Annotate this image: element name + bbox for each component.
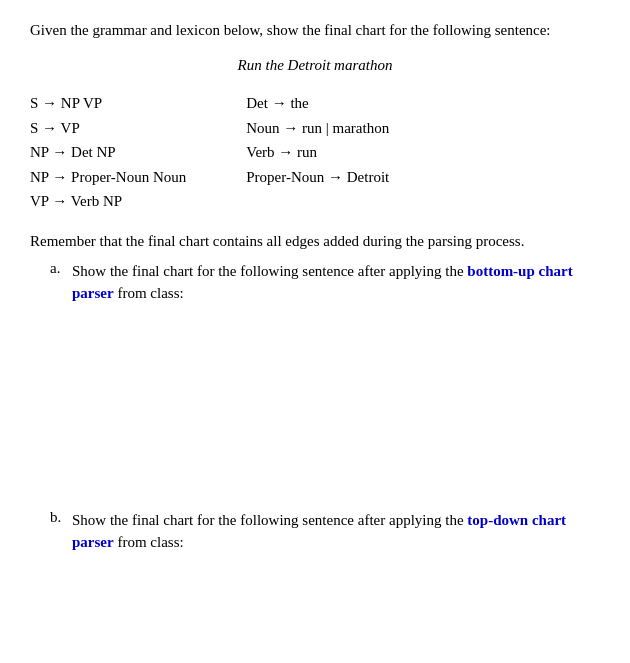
rule-5: VP → Verb NP: [30, 190, 186, 213]
rule-1: S → NP VP: [30, 92, 186, 115]
lexicon-4: Proper-Noun → Detroit: [246, 166, 389, 189]
rule-3: NP → Det NP: [30, 141, 186, 164]
question-a: a. Show the final chart for the followin…: [50, 260, 600, 305]
lexicon-2: Noun → run | marathon: [246, 117, 389, 140]
rule-4: NP → Proper-Noun Noun: [30, 166, 186, 189]
question-b-section: b. Show the final chart for the followin…: [50, 509, 600, 554]
lexicon-3: Verb → run: [246, 141, 389, 164]
question-b-text: Show the final chart for the following s…: [72, 509, 600, 554]
question-a-text: Show the final chart for the following s…: [72, 260, 600, 305]
sentence-title: Run the Detroit marathon: [30, 57, 600, 74]
intro-text: Given the grammar and lexicon below, sho…: [30, 20, 600, 41]
answer-space-a: [30, 309, 600, 509]
question-a-label: a.: [50, 260, 72, 277]
grammar-section: S → NP VP S → VP NP → Det NP NP → Proper…: [30, 92, 600, 213]
rule-2: S → VP: [30, 117, 186, 140]
questions-section: a. Show the final chart for the followin…: [50, 260, 600, 305]
grammar-right: Det → the Noun → run | marathon Verb → r…: [246, 92, 389, 213]
remember-text: Remember that the final chart contains a…: [30, 231, 600, 252]
grammar-left: S → NP VP S → VP NP → Det NP NP → Proper…: [30, 92, 186, 213]
lexicon-1: Det → the: [246, 92, 389, 115]
question-b: b. Show the final chart for the followin…: [50, 509, 600, 554]
top-down-label: top-down chartparser: [72, 512, 566, 551]
bottom-up-label: bottom-up chartparser: [72, 263, 573, 302]
question-b-label: b.: [50, 509, 72, 526]
